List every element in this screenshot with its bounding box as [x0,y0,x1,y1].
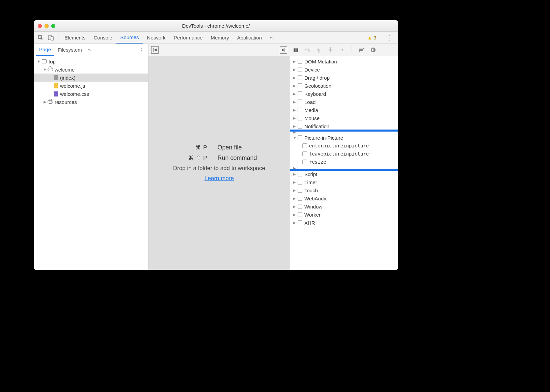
tabs-overflow[interactable]: » [266,32,277,44]
tree-label: welcome.css [60,91,89,97]
pause-on-exceptions-icon[interactable] [369,47,377,53]
event-breakpoint-category[interactable]: ▶DOM Mutation [290,57,398,65]
tree-node-top[interactable]: ▼ top [34,57,148,65]
drop-hint: Drop in a folder to add to workspace [173,165,265,172]
editor-placeholder: ⌘ P Open file ⌘ ⇧ P Run command Drop in … [148,56,290,270]
expand-arrow-icon: ▶ [293,166,298,170]
tree-node-resources[interactable]: ▶ resources [34,98,148,106]
window-controls [34,24,55,28]
debugger-panel: ▮▮ ▶DOM Mutation▶Device▶Drag / drop▶Geol… [290,44,398,270]
checkbox[interactable] [298,135,302,140]
checkbox[interactable] [298,204,302,209]
tab-network[interactable]: Network [143,32,170,44]
tree-node-welcomecss[interactable]: welcome.css [34,90,148,98]
show-navigator-icon[interactable]: |◀ [151,46,159,54]
checkbox[interactable] [298,124,302,129]
pause-icon[interactable]: ▮▮ [292,47,300,53]
event-breakpoint-category[interactable]: ▶Notification [290,122,398,130]
step-over-icon[interactable] [304,48,311,52]
event-breakpoint-category[interactable]: ▶Mouse [290,114,398,122]
tab-performance[interactable]: Performance [170,32,207,44]
checkbox[interactable] [298,172,302,176]
navigator-tabs: Page Filesystem » ⋮ [34,44,148,56]
checkbox[interactable] [298,130,302,134]
event-breakpoint-category[interactable]: ▶WebAudio [290,194,398,202]
tab-application[interactable]: Application [233,32,266,44]
event-breakpoint-category[interactable]: ▶Media [290,106,398,114]
event-breakpoint-category[interactable]: ▼Picture-in-Picture [290,134,398,142]
tab-sources[interactable]: Sources [116,32,143,44]
main-tabs-row: Elements Console Sources Network Perform… [34,32,398,44]
checkbox[interactable] [298,166,302,170]
close-window-button[interactable] [38,24,42,28]
breakpoint-label: DOM Mutation [304,59,337,64]
event-breakpoint-category[interactable]: ▶Window [290,202,398,211]
expand-arrow-icon: ▶ [293,188,298,193]
step-into-icon[interactable] [315,47,323,53]
shortcut-keys: ⌘ ⇧ P [167,155,208,162]
navtab-filesystem[interactable]: Filesystem [54,44,85,56]
navigator-menu-icon[interactable]: ⋮ [137,47,146,53]
step-icon[interactable] [338,48,346,52]
device-toolbar-icon[interactable] [46,33,56,43]
breakpoint-label: Media [304,107,318,113]
event-breakpoint-category[interactable]: ▶Load [290,98,398,106]
checkbox[interactable] [298,116,302,120]
svg-rect-1 [51,37,53,40]
learn-more-link[interactable]: Learn more [204,175,234,182]
maximize-window-button[interactable] [51,24,55,28]
checkbox[interactable] [298,220,302,225]
tree-node-welcomejs[interactable]: welcome.js [34,82,148,90]
tree-node-index[interactable]: (index) [34,74,148,82]
shortcut-keys: ⌘ P [167,144,208,151]
expand-arrow-icon: ▶ [293,213,298,217]
checkbox[interactable] [298,212,302,217]
event-listener-breakpoints: ▶DOM Mutation▶Device▶Drag / drop▶Geoloca… [290,56,398,270]
show-debugger-icon[interactable]: ▶| [280,46,287,54]
checkbox[interactable] [298,100,302,104]
checkbox[interactable] [298,91,302,96]
shortcut-label: Run command [218,155,272,162]
event-breakpoint-category[interactable]: ▶Touch [290,186,398,194]
settings-menu-icon[interactable]: ⋮ [383,34,396,41]
navtab-page[interactable]: Page [36,44,54,56]
checkbox[interactable] [298,188,302,193]
event-breakpoint-category[interactable]: ▶Worker [290,211,398,219]
event-breakpoint-category[interactable]: ▶Timer [290,178,398,186]
minimize-window-button[interactable] [45,24,49,28]
event-breakpoint-category[interactable]: ▶ [290,166,398,170]
event-breakpoint-category[interactable]: ▶XHR [290,219,398,227]
event-breakpoint-child[interactable]: leavepictureinpicture [290,150,398,158]
breakpoint-label: Touch [304,188,318,193]
event-breakpoint-category[interactable]: ▶Device [290,65,398,74]
checkbox[interactable] [298,108,302,112]
checkbox[interactable] [298,67,302,72]
breakpoint-label: XHR [304,220,315,226]
warnings-badge[interactable]: ▲ 3 [364,35,379,40]
event-breakpoint-child[interactable]: enterpictureinpicture [290,142,398,150]
step-out-icon[interactable] [327,47,334,53]
checkbox[interactable] [302,151,307,156]
checkbox[interactable] [302,143,307,148]
checkbox[interactable] [302,160,307,164]
checkbox[interactable] [298,75,302,80]
tree-node-welcome[interactable]: ▼ welcome [34,65,148,74]
event-breakpoint-category[interactable]: ▶Geolocation [290,82,398,90]
checkbox[interactable] [298,59,302,64]
event-breakpoint-category[interactable]: ▶Drag / drop [290,74,398,82]
event-breakpoint-category[interactable]: ▶ [290,130,398,134]
inspect-element-icon[interactable] [36,33,46,43]
event-breakpoint-child[interactable]: resize [290,158,398,166]
event-breakpoint-category[interactable]: ▶Script [290,170,398,178]
tab-elements[interactable]: Elements [60,32,90,44]
checkbox[interactable] [298,180,302,185]
navtab-overflow[interactable]: » [85,47,93,53]
tab-console[interactable]: Console [90,32,116,44]
tab-memory[interactable]: Memory [207,32,233,44]
deactivate-breakpoints-icon[interactable] [358,48,365,52]
event-breakpoint-category[interactable]: ▶Keyboard [290,90,398,98]
checkbox[interactable] [298,83,302,88]
expand-arrow-icon: ▶ [293,172,298,176]
devtools-window: DevTools - chrome://welcome/ Elements Co… [34,20,398,270]
checkbox[interactable] [298,196,302,201]
